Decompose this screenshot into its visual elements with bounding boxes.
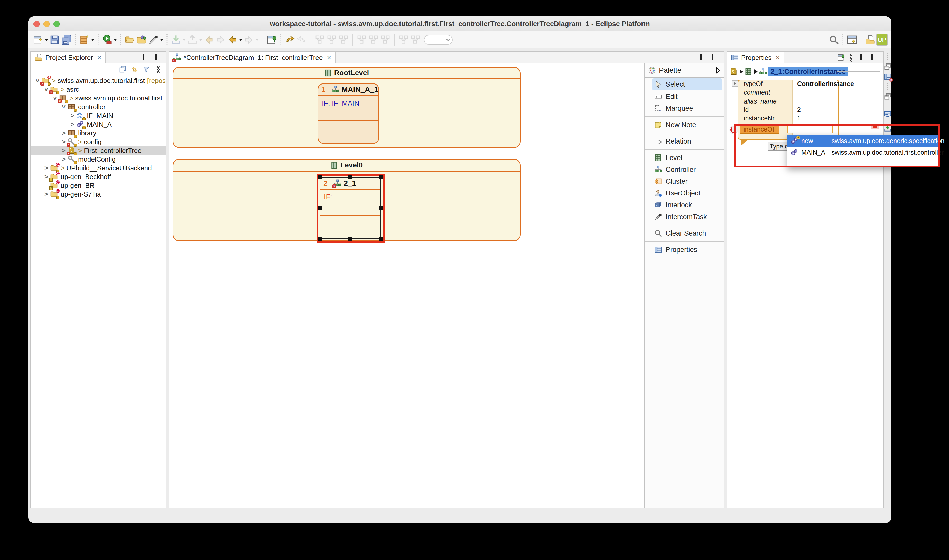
dropdown-option-new[interactable]: ✦ new swiss.avm.up.core.generic.specific… [788, 135, 938, 147]
zoom-level-combo[interactable] [424, 35, 453, 45]
chevron-right-icon[interactable]: > [42, 173, 50, 180]
palette-tool-userobject[interactable]: UserObject [644, 187, 724, 199]
maximize-view-button[interactable] [871, 55, 873, 59]
tab-controllertree-diagram[interactable]: × *ControllerTreeDiagram_1: First_contro… [169, 52, 335, 63]
resize-handle[interactable] [318, 206, 321, 210]
resize-handle[interactable] [318, 237, 321, 241]
maximize-view-button[interactable] [155, 55, 157, 59]
palette-tool-interlock[interactable]: Interlock [644, 199, 724, 211]
chevron-down-icon[interactable]: > [34, 77, 41, 85]
palette-tool-edit[interactable]: Edit [644, 91, 724, 103]
palette-tool-clear-search[interactable]: Clear Search [644, 227, 724, 239]
chevron-down-icon[interactable]: > [51, 94, 58, 102]
collapse-all-button[interactable] [118, 65, 127, 74]
palette-tool-new-note[interactable]: New Note [644, 119, 724, 131]
run-dropdown-icon[interactable] [114, 38, 117, 41]
property-label[interactable]: instanceNr [744, 115, 775, 122]
run-button[interactable] [101, 34, 113, 46]
tree-item-if-main[interactable]: > IF_MAIN [31, 111, 166, 120]
breadcrumb-selection[interactable]: 2_1:ControllerInstance [768, 67, 848, 76]
save-all-button[interactable] [61, 34, 72, 46]
back-history-button[interactable] [226, 34, 238, 46]
chevron-down-icon[interactable]: > [60, 103, 67, 111]
controller-instance-icon[interactable] [759, 68, 768, 76]
node-2-1[interactable]: 2 × 2_1 IF: [320, 177, 381, 239]
tree-item-config[interactable]: > × > config [31, 137, 166, 146]
breadcrumb-arrow-icon[interactable] [754, 69, 758, 74]
palette-tool-controller[interactable]: Controller [644, 164, 724, 175]
close-icon[interactable]: × [97, 54, 101, 62]
instanceof-value-input[interactable] [787, 126, 833, 133]
breadcrumb-arrow-icon[interactable] [740, 69, 743, 74]
close-icon[interactable]: × [776, 54, 780, 62]
console-view-button[interactable] [884, 111, 891, 118]
tree-item-upbuild[interactable]: > ✱ > UPbuild__ServiceUiBackend [31, 164, 166, 172]
palette-tool-select[interactable]: Select [652, 78, 723, 90]
drag-handle-icon[interactable] [887, 54, 888, 60]
close-icon[interactable]: × [327, 54, 331, 62]
palette-tool-cluster[interactable]: Cluster [644, 175, 724, 187]
diagram-canvas[interactable]: RootLevel 1 MAIN_A_1 IF: IF_MAIN [169, 63, 643, 508]
property-label-instanceof[interactable]: instanceOf [740, 125, 779, 134]
property-label[interactable]: typeOf [744, 80, 763, 88]
search-button[interactable] [828, 34, 840, 46]
rootlevel-header[interactable]: RootLevel [174, 68, 520, 79]
tree-item-package-root[interactable]: > × > swiss.avm.up.doc.tutorial.first [31, 94, 166, 103]
pin-view-button[interactable] [837, 54, 845, 62]
node-if-compartment[interactable]: IF: [320, 189, 380, 206]
property-label[interactable]: alias_name [744, 98, 777, 105]
tree-item-upgen-br[interactable]: ✱! up-gen_BR [31, 181, 166, 190]
level-icon[interactable] [744, 68, 753, 76]
chevron-right-icon[interactable]: > [60, 129, 68, 137]
resize-handle[interactable] [379, 175, 383, 179]
generate-button[interactable] [148, 34, 159, 46]
node-header[interactable]: 2 × 2_1 [320, 178, 380, 189]
tree-item-first-controllertree[interactable]: > × > First_controllerTree [31, 146, 166, 155]
palette-tool-intercomtask[interactable]: IntercomTask [644, 211, 724, 223]
palette-header[interactable]: Palette [644, 63, 724, 78]
node-if-compartment[interactable]: IF: IF_MAIN [318, 96, 378, 111]
restore-view-button[interactable] [884, 92, 891, 100]
new-wizard-button[interactable] [32, 34, 44, 46]
open-resource-button[interactable] [124, 34, 135, 46]
level-container-rootlevel[interactable]: RootLevel 1 MAIN_A_1 IF: IF_MAIN [173, 67, 521, 148]
level0-header[interactable]: Level0 [174, 160, 520, 172]
new-model-element-button[interactable] [78, 34, 91, 46]
resize-handle[interactable] [318, 175, 321, 179]
generate-dropdown-icon[interactable] [160, 38, 163, 41]
palette-collapse-icon[interactable] [715, 67, 721, 74]
tree-item-controller[interactable]: > controller [31, 103, 166, 111]
tree-item-upgen-beckhoff[interactable]: > ✱! up-gen_Beckhoff [31, 172, 166, 181]
status-trim-handle[interactable] [744, 510, 745, 522]
view-menu-icon[interactable] [850, 53, 852, 62]
property-value[interactable]: 1 [797, 115, 801, 122]
palette-tool-marquee[interactable]: Marquee [644, 103, 724, 114]
new-dropdown-icon[interactable] [45, 38, 48, 41]
new-model-dropdown-icon[interactable] [91, 38, 95, 41]
maximize-view-button[interactable] [712, 55, 714, 59]
palette-tool-level[interactable]: Level [644, 152, 724, 164]
expander-icon[interactable] [732, 126, 738, 132]
tree-item-upgen-s7tia[interactable]: > ✱ up-gen-S7Tia [31, 190, 166, 198]
chevron-right-icon[interactable]: > [60, 156, 68, 163]
node-header[interactable]: 1 MAIN_A_1 [318, 84, 378, 96]
minimize-view-button[interactable] [700, 55, 701, 59]
undo-button[interactable] [284, 34, 296, 46]
chevron-right-icon[interactable]: > [42, 191, 50, 198]
tree-item-asrc[interactable]: > × > asrc [31, 85, 166, 94]
property-label[interactable]: comment [744, 89, 770, 96]
palette-tool-properties[interactable]: Properties [644, 244, 724, 255]
minimize-view-button[interactable] [143, 55, 144, 59]
resize-handle[interactable] [379, 206, 383, 210]
resize-handle[interactable] [379, 237, 383, 241]
dropdown-option-main-a[interactable]: MAIN_A swiss.avm.up.doc.tutorial.first.c… [788, 147, 938, 158]
save-button[interactable] [49, 34, 61, 46]
load-model-button[interactable] [135, 34, 148, 46]
expander-icon[interactable] [732, 80, 738, 86]
up-perspective-button[interactable]: UP [876, 34, 888, 46]
property-value[interactable]: 2 [797, 106, 801, 114]
resource-perspective-button[interactable] [864, 34, 876, 46]
chevron-down-icon[interactable]: > [43, 86, 50, 93]
minimize-view-button[interactable] [860, 55, 862, 59]
resize-handle[interactable] [348, 237, 352, 241]
